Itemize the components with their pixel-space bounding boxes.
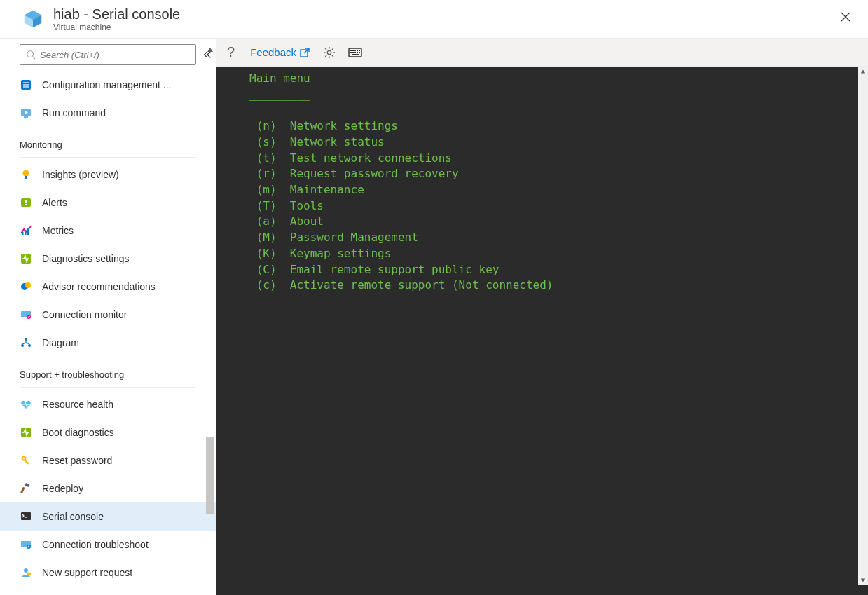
sidebar-item-label: Alerts xyxy=(42,197,67,208)
sidebar-item-connmon[interactable]: Connection monitor xyxy=(0,301,216,329)
svg-rect-58 xyxy=(352,50,354,51)
settings-button[interactable] xyxy=(323,46,336,59)
sidebar-item-bootdiag[interactable]: Boot diagnostics xyxy=(0,418,216,446)
list-blue-icon xyxy=(20,78,32,91)
sidebar-item-label: Boot diagnostics xyxy=(42,427,114,438)
search-input[interactable] xyxy=(40,50,190,60)
svg-point-23 xyxy=(25,282,31,288)
scroll-arrow-up-icon[interactable] xyxy=(858,67,868,76)
svg-marker-45 xyxy=(207,48,213,52)
feedback-label: Feedback xyxy=(250,46,296,58)
svg-rect-60 xyxy=(357,50,358,51)
metrics-icon xyxy=(20,224,32,237)
sidebar-section-monitoring: Monitoring xyxy=(0,127,216,154)
toolbar: ? Feedback xyxy=(216,39,868,67)
page-subtitle: Virtual machine xyxy=(53,22,180,32)
sidebar-item-redeploy[interactable]: Redeploy xyxy=(0,474,216,502)
sidebar-item-label: New support request xyxy=(42,567,132,578)
svg-marker-68 xyxy=(861,70,865,74)
scroll-arrow-down-icon[interactable] xyxy=(858,575,868,585)
console-icon xyxy=(20,510,32,523)
svg-rect-64 xyxy=(354,52,356,53)
header-text: hiab - Serial console Virtual machine xyxy=(53,6,180,32)
svg-rect-62 xyxy=(350,52,352,53)
conntrouble-icon xyxy=(20,538,32,551)
search-input-wrapper[interactable] xyxy=(20,44,196,65)
svg-rect-59 xyxy=(354,50,356,51)
sidebar-item-label: Configuration management ... xyxy=(42,79,171,90)
svg-rect-57 xyxy=(350,50,352,51)
vm-icon xyxy=(22,8,43,29)
svg-line-54 xyxy=(332,48,333,50)
sidebar-item-serial[interactable]: Serial console xyxy=(0,502,216,531)
svg-rect-44 xyxy=(29,573,30,576)
sidebar-item-run-command[interactable]: Run command xyxy=(0,99,216,127)
gear-icon xyxy=(323,46,336,59)
sidebar-item-newsupport[interactable]: New support request xyxy=(0,559,216,587)
sidebar-item-label: Advisor recommendations xyxy=(42,281,156,292)
svg-rect-36 xyxy=(21,512,31,520)
sidebar-item-label: Insights (preview) xyxy=(42,169,119,180)
alert-icon xyxy=(20,196,32,209)
svg-point-47 xyxy=(327,50,331,54)
sidebar-item-config-mgmt[interactable]: Configuration management ... xyxy=(0,71,216,99)
sidebar-scrollbar[interactable] xyxy=(205,44,216,595)
sidebar-item-reshealth[interactable]: Resource health xyxy=(0,390,216,418)
sidebar-item-label: Reset password xyxy=(42,455,112,466)
external-link-icon xyxy=(299,47,310,58)
sidebar-nav: Configuration management ...Run commandM… xyxy=(0,71,216,595)
sidebar-item-label: Connection troubleshoot xyxy=(42,539,149,550)
scroll-arrow-up-icon[interactable] xyxy=(205,44,216,55)
page-title: hiab - Serial console xyxy=(53,6,180,22)
svg-rect-17 xyxy=(25,204,27,205)
heart-icon xyxy=(20,398,32,411)
svg-point-42 xyxy=(24,568,28,573)
help-button[interactable]: ? xyxy=(224,44,237,60)
advisor-icon xyxy=(20,280,32,293)
sidebar-item-advisor[interactable]: Advisor recommendations xyxy=(0,273,216,301)
svg-rect-10 xyxy=(24,116,28,118)
sidebar-item-resetpw[interactable]: Reset password xyxy=(0,446,216,474)
sidebar-section-support: Support + troubleshooting xyxy=(0,357,216,384)
sidebar-item-label: Connection monitor xyxy=(42,309,127,320)
key-icon xyxy=(20,454,32,467)
sidebar-item-metrics[interactable]: Metrics xyxy=(0,217,216,245)
run-icon xyxy=(20,107,32,119)
hammer-icon xyxy=(20,482,32,495)
sidebar-item-label: Diagram xyxy=(42,337,79,348)
blade-header: hiab - Serial console Virtual machine xyxy=(0,0,868,38)
svg-rect-13 xyxy=(25,176,27,178)
sidebar-item-alerts[interactable]: Alerts xyxy=(0,189,216,217)
svg-point-26 xyxy=(25,338,27,341)
serial-console-terminal[interactable]: Main menu _________ (n) Network settings… xyxy=(216,67,857,581)
svg-line-52 xyxy=(325,48,326,50)
close-button[interactable] xyxy=(834,8,857,29)
sidebar-item-conntrouble[interactable]: Connection troubleshoot xyxy=(0,531,216,559)
sidebar-item-diag[interactable]: Diagnostics settings xyxy=(0,245,216,273)
sidebar-item-diagram[interactable]: Diagram xyxy=(0,329,216,357)
sidebar-item-label: Redeploy xyxy=(42,483,83,494)
scroll-thumb[interactable] xyxy=(206,437,214,514)
svg-rect-35 xyxy=(20,487,25,493)
terminal-scrollbar[interactable] xyxy=(858,67,868,585)
close-icon xyxy=(840,11,851,22)
terminal-wrap: Main menu _________ (n) Network settings… xyxy=(216,67,868,595)
svg-point-3 xyxy=(27,51,34,57)
bootdiag-icon xyxy=(20,426,32,439)
diag-icon xyxy=(20,252,32,265)
svg-marker-69 xyxy=(861,579,865,582)
svg-rect-34 xyxy=(25,483,29,487)
keyboard-button[interactable] xyxy=(348,48,362,57)
svg-rect-63 xyxy=(352,52,354,53)
svg-rect-14 xyxy=(25,178,27,179)
svg-point-12 xyxy=(23,170,29,177)
svg-rect-16 xyxy=(25,200,27,203)
sidebar-item-label: Diagnostics settings xyxy=(42,253,130,264)
svg-point-27 xyxy=(21,344,24,347)
svg-rect-19 xyxy=(25,230,27,235)
svg-line-53 xyxy=(332,55,333,56)
sidebar-item-insights[interactable]: Insights (preview) xyxy=(0,160,216,189)
svg-point-31 xyxy=(23,458,25,460)
feedback-button[interactable]: Feedback xyxy=(250,46,310,58)
support-icon xyxy=(20,566,32,579)
